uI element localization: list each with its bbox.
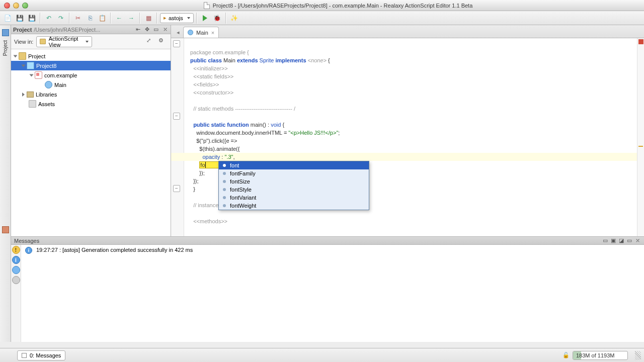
editor-tab-main[interactable]: Main × — [183, 27, 219, 38]
error-indicator[interactable] — [638, 39, 643, 44]
save-button[interactable]: 💾 — [14, 13, 25, 24]
tree-package[interactable]: com.example — [11, 70, 171, 80]
zoom-window-button[interactable] — [22, 3, 28, 9]
status-tab-label: 0: Messages — [30, 352, 61, 358]
paste-button[interactable]: 📋 — [97, 13, 108, 24]
autocomplete-item[interactable]: font — [219, 161, 369, 169]
folder-icon — [29, 100, 36, 108]
info-icon: i — [25, 247, 32, 254]
expand-icon[interactable]: ⤢ — [146, 37, 155, 46]
project-panel: Project /Users/john/RASEProject... ⇤ ✥ ▭… — [11, 25, 171, 236]
gear-icon[interactable]: ⚙ — [158, 37, 168, 46]
project-panel-title: Project — [13, 27, 32, 33]
fold-marker[interactable]: − — [173, 185, 180, 192]
package-icon — [35, 71, 42, 79]
tree-assets[interactable]: Assets — [11, 99, 171, 109]
warning-icon[interactable]: ! — [12, 246, 20, 254]
messages-tool-window-button[interactable]: 0: Messages — [17, 350, 65, 360]
panel-icon[interactable]: ▭ — [626, 237, 633, 244]
autocomplete-item[interactable]: fontFamily — [219, 169, 369, 177]
main-toolbar: 📄 💾 💾 ↶ ↷ ✂ ⎘ 📋 ← → ▦ ▸ astojs 🐞 ✨ — [0, 11, 644, 25]
folder-icon — [40, 39, 45, 44]
copy-button[interactable]: ⎘ — [85, 13, 96, 24]
info-icon[interactable] — [12, 266, 20, 274]
tree-root[interactable]: Project — [11, 51, 171, 61]
bullet-icon[interactable] — [12, 276, 20, 284]
run-button[interactable] — [200, 13, 211, 24]
hide-icon[interactable]: ▭ — [152, 26, 159, 33]
left-sidebar-gutter: Project — [0, 25, 11, 236]
tree-libraries-label: Libraries — [36, 92, 57, 98]
libraries-icon — [27, 92, 34, 98]
wand-button[interactable]: ✨ — [229, 13, 240, 24]
tree-project-label: Project8 — [36, 63, 56, 69]
project-panel-header: Project /Users/john/RASEProject... ⇤ ✥ ▭… — [11, 25, 171, 34]
autocomplete-popup[interactable]: font fontFamily fontSize fontStyle fontV… — [218, 161, 369, 210]
tree-project[interactable]: Project8 — [11, 61, 171, 70]
run-config-dropdown[interactable]: ▸ astojs — [160, 13, 194, 23]
save-all-button[interactable]: 💾 — [26, 13, 37, 24]
status-bar: 0: Messages 🔓 183M of 1193M — [0, 348, 644, 362]
panel-icon[interactable]: ◪ — [618, 237, 625, 244]
undo-button[interactable]: ↶ — [43, 13, 54, 24]
cut-button[interactable]: ✂ — [72, 13, 84, 24]
panel-close-icon[interactable]: ⤫ — [634, 237, 641, 244]
warning-marker[interactable] — [638, 146, 643, 147]
view-dropdown-label: ActionScript View — [49, 36, 83, 48]
close-icon[interactable]: ⤫ — [162, 26, 169, 33]
project-tree[interactable]: Project Project8 com.example Main Librar… — [11, 49, 171, 236]
autocomplete-item[interactable]: fontWeight — [219, 202, 369, 210]
memory-label: 183M of 1193M — [573, 352, 617, 358]
title-bar: Project8 - [/Users/john/RASEProjects/Pro… — [0, 0, 644, 11]
grid-button[interactable]: ▦ — [143, 13, 154, 24]
structure-tab-icon[interactable] — [2, 226, 9, 233]
info-icon[interactable]: i — [12, 256, 20, 264]
tabs-scroll-left[interactable]: ◂ — [174, 27, 182, 38]
messages-gutter: ! i — [11, 245, 21, 342]
memory-indicator[interactable]: 183M of 1193M — [573, 351, 628, 360]
messages-panel: Messages ▭ ▣ ◪ ▭ ⤫ ! i i 19:27:27 : [ast… — [11, 236, 644, 342]
tree-assets-label: Assets — [38, 101, 55, 107]
close-window-button[interactable] — [4, 3, 10, 9]
new-file-button[interactable]: 📄 — [2, 13, 13, 24]
close-tab-icon[interactable]: × — [211, 30, 214, 36]
code-editor[interactable]: − − − package com.example { public class… — [171, 38, 644, 236]
redo-button[interactable]: ↷ — [55, 13, 66, 24]
messages-content[interactable]: i 19:27:27 : [astojs] Generation complet… — [21, 245, 644, 342]
tree-class[interactable]: Main — [11, 80, 171, 89]
fold-marker[interactable]: − — [173, 40, 180, 47]
class-icon — [188, 30, 193, 35]
tree-libraries[interactable]: Libraries — [11, 89, 171, 99]
resize-handle[interactable] — [635, 351, 641, 360]
autocomplete-item[interactable]: fontSize — [219, 177, 369, 186]
project-tab-label[interactable]: Project — [3, 40, 8, 56]
class-icon — [45, 81, 52, 88]
error-stripe[interactable] — [637, 38, 644, 236]
lock-icon[interactable]: 🔓 — [562, 352, 570, 359]
folder-icon — [19, 52, 26, 60]
project-tab-icon[interactable] — [2, 29, 9, 36]
panel-icon[interactable]: ▣ — [610, 237, 617, 244]
messages-header: Messages ▭ ▣ ◪ ▭ ⤫ — [11, 237, 644, 245]
project-panel-path: /Users/john/RASEProject... — [34, 27, 100, 33]
project-panel-toolbar: View in: ActionScript View ⤢ ⚙ — [11, 34, 171, 49]
collapse-icon[interactable]: ⇤ — [134, 26, 141, 33]
panel-icon[interactable]: ▭ — [602, 237, 609, 244]
tree-class-label: Main — [54, 82, 66, 88]
minimize-window-button[interactable] — [13, 3, 19, 9]
tree-package-label: com.example — [44, 72, 77, 78]
module-icon — [27, 62, 34, 69]
document-icon — [204, 2, 210, 9]
autocomplete-item[interactable]: fontVariant — [219, 194, 369, 202]
settings-icon[interactable]: ✥ — [143, 26, 150, 33]
back-button[interactable]: ← — [114, 13, 125, 24]
run-config-label: astojs — [169, 15, 183, 21]
editor-gutter[interactable]: − − − — [171, 38, 184, 236]
debug-button[interactable]: 🐞 — [212, 13, 223, 24]
autocomplete-item[interactable]: fontStyle — [219, 186, 369, 194]
view-dropdown[interactable]: ActionScript View — [36, 36, 92, 47]
forward-button[interactable]: → — [126, 13, 137, 24]
editor-tab-bar: ◂ Main × — [171, 25, 644, 38]
editor-area: ◂ Main × − − − package com.example { pub… — [171, 25, 644, 236]
fold-marker[interactable]: − — [173, 113, 180, 120]
